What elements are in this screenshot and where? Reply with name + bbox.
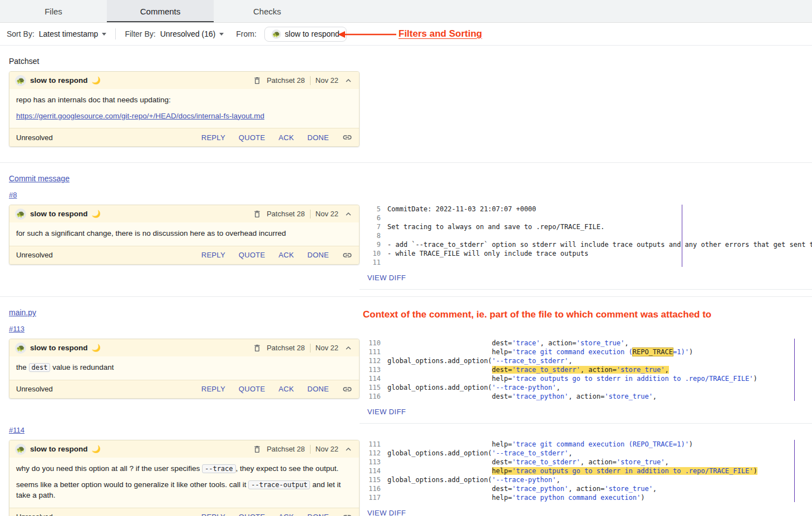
section-patchset: Patchset 🐢 slow to respond 🌙 Patchset 28… <box>0 46 812 162</box>
delete-comment-button[interactable] <box>253 445 262 454</box>
from-label: From: <box>236 29 257 38</box>
diff-line: 7Set tracing to always on and save to .r… <box>366 222 812 231</box>
code-text: dest='trace_python', action='store_true'… <box>387 484 657 493</box>
avatar: 🐢 <box>15 444 26 455</box>
view-diff-link[interactable]: VIEW DIFF <box>367 408 406 416</box>
divider <box>310 76 311 85</box>
moon-status-emoji: 🌙 <box>92 76 101 85</box>
line-anchor-link[interactable]: #8 <box>9 191 17 199</box>
collapse-button[interactable] <box>343 76 353 86</box>
comment-body: the dest value is redundant <box>9 356 359 380</box>
tab-files[interactable]: Files <box>0 0 107 22</box>
file-link-commit-message[interactable]: Commit message <box>9 174 70 183</box>
reply-button[interactable]: REPLY <box>201 513 225 516</box>
copy-link-icon[interactable] <box>342 250 352 260</box>
done-button[interactable]: DONE <box>307 513 329 516</box>
collapse-button[interactable] <box>343 444 353 454</box>
from-user-chip[interactable]: 🐢 slow to respond <box>264 27 347 42</box>
diff-line: 111 help='trace git command execution (R… <box>366 348 812 356</box>
code-text: Set tracing to always on and save to .re… <box>387 222 604 231</box>
inline-code: --trace-output <box>248 480 310 489</box>
file-link-main-py[interactable]: main.py <box>9 308 36 317</box>
inline-code: dest <box>29 363 51 372</box>
collapse-button[interactable] <box>343 343 353 353</box>
comment-footer: Unresolved REPLY QUOTE ACK DONE <box>9 246 359 264</box>
comment-thread: 🐢 slow to respond 🌙 Patchset 28 Nov 22 f… <box>0 205 812 290</box>
view-diff-link[interactable]: VIEW DIFF <box>367 274 406 282</box>
filter-by-label: Filter By: <box>125 29 155 38</box>
diff-line: 114 help='trace outputs go to stderr in … <box>366 374 812 383</box>
resolve-status: Unresolved <box>16 385 53 393</box>
line-number: 113 <box>366 458 387 467</box>
annotation-filters-and-sorting: Filters and Sorting <box>398 28 482 39</box>
diff-context-pane: 5CommitDate: 2022-11-03 21:07:07 +00006 … <box>360 205 812 290</box>
patchset-label: Patchset 28 <box>267 445 305 453</box>
diff-line: 8 <box>366 231 812 240</box>
view-diff-link[interactable]: VIEW DIFF <box>367 509 406 516</box>
comment-card: 🐢 slow to respond 🌙 Patchset 28 Nov 22 r… <box>9 71 360 147</box>
reply-button[interactable]: REPLY <box>201 385 225 393</box>
diff-column-marker <box>682 205 682 267</box>
code-text: dest='trace_python', action='store_true'… <box>387 392 657 401</box>
line-number: 113 <box>366 365 387 374</box>
comment-url-link[interactable]: https://gerrit.googlesource.com/git-repo… <box>16 112 264 120</box>
quote-button[interactable]: QUOTE <box>239 133 265 142</box>
comment-body: why do you need this option at all ? if … <box>9 458 359 508</box>
patchset-label: Patchset 28 <box>267 210 305 218</box>
ack-button[interactable]: ACK <box>279 133 294 142</box>
filter-by-dropdown[interactable]: Unresolved (16) <box>160 29 224 38</box>
collapse-button[interactable] <box>343 209 353 219</box>
done-button[interactable]: DONE <box>307 133 329 142</box>
comment-date: Nov 22 <box>316 445 338 453</box>
delete-comment-button[interactable] <box>253 344 262 353</box>
line-anchor-link[interactable]: #113 <box>9 325 24 333</box>
ack-button[interactable]: ACK <box>279 385 294 393</box>
avatar: 🐢 <box>15 343 26 354</box>
quote-button[interactable]: QUOTE <box>239 513 265 516</box>
filter-by-value: Unresolved (16) <box>160 29 216 38</box>
copy-link-icon[interactable] <box>342 132 352 142</box>
code-text: global_options.add_option('--trace_to_st… <box>387 449 572 458</box>
line-number: 9 <box>366 240 387 249</box>
line-number: 111 <box>366 440 387 449</box>
delete-comment-button[interactable] <box>253 76 262 85</box>
tab-checks[interactable]: Checks <box>214 0 321 22</box>
ack-button[interactable]: ACK <box>279 251 294 259</box>
from-user-name: slow to respond <box>285 29 339 38</box>
patchset-label: Patchset 28 <box>267 76 305 85</box>
quote-button[interactable]: QUOTE <box>239 251 265 259</box>
line-number: 115 <box>366 383 387 392</box>
diff-line: 115global_options.add_option('--trace-py… <box>366 475 812 484</box>
reply-button[interactable]: REPLY <box>201 133 225 142</box>
diff-code: 5CommitDate: 2022-11-03 21:07:07 +00006 … <box>366 205 812 267</box>
tab-comments[interactable]: Comments <box>107 0 214 22</box>
done-button[interactable]: DONE <box>307 251 329 259</box>
comment-date: Nov 22 <box>316 76 338 85</box>
code-text: global_options.add_option('--trace-pytho… <box>387 383 560 392</box>
tab-bar: Files Comments Checks <box>0 0 812 23</box>
copy-link-icon[interactable] <box>342 384 352 394</box>
delete-comment-button[interactable] <box>253 210 262 219</box>
code-text <box>387 214 391 222</box>
quote-button[interactable]: QUOTE <box>239 385 265 393</box>
comment-footer: Unresolved REPLY QUOTE ACK DONE <box>9 128 359 146</box>
code-text: CommitDate: 2022-11-03 21:07:07 +0000 <box>387 205 536 214</box>
done-button[interactable]: DONE <box>307 385 329 393</box>
diff-line: 112global_options.add_option('--trace_to… <box>366 449 812 458</box>
code-text: help='trace git command execution (REPO_… <box>387 348 693 356</box>
comment-header: 🐢 slow to respond 🌙 Patchset 28 Nov 22 <box>9 72 359 89</box>
ack-button[interactable]: ACK <box>279 513 294 516</box>
comment-text: , they expect to see the output. <box>236 464 339 473</box>
sort-by-dropdown[interactable]: Latest timestamp <box>39 29 107 38</box>
diff-line: 5CommitDate: 2022-11-03 21:07:07 +0000 <box>366 205 812 214</box>
copy-link-icon[interactable] <box>342 512 352 516</box>
line-number: 114 <box>366 467 387 475</box>
line-number: 10 <box>366 249 387 258</box>
diff-code: 110 dest='trace', action='store_true',11… <box>366 339 812 401</box>
line-anchor-link[interactable]: #114 <box>9 426 24 434</box>
comment-paragraph: repo has an internals doc that needs upd… <box>16 95 352 106</box>
resolve-status: Unresolved <box>16 513 53 516</box>
comment-text: seems like a better option would to gene… <box>16 480 248 489</box>
comment-paragraph: why do you need this option at all ? if … <box>16 463 352 474</box>
reply-button[interactable]: REPLY <box>201 251 225 259</box>
